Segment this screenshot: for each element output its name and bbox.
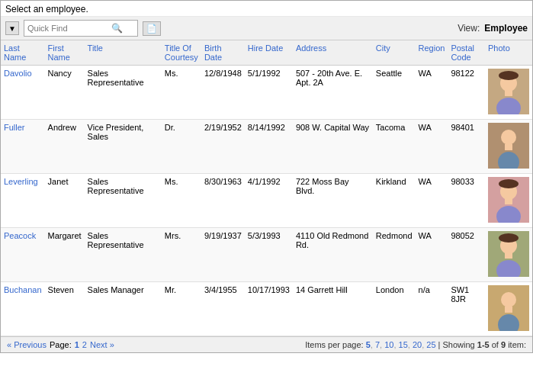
svg-point-18 xyxy=(499,233,519,243)
cell-last-name: Fuller xyxy=(1,120,45,174)
cell-birth-date: 8/30/1963 xyxy=(201,174,245,228)
cell-title: Sales Representative xyxy=(85,228,162,282)
last-name-link[interactable]: Leverling xyxy=(4,177,38,186)
select-label: Select an employee. xyxy=(1,1,532,17)
footer-pagination: « Previous Page: 1 2 Next » xyxy=(7,340,114,349)
cell-birth-date: 2/19/1952 xyxy=(201,120,245,174)
cell-title-of-courtesy: Ms. xyxy=(162,174,201,228)
table-row: Leverling Janet Sales Representative Ms.… xyxy=(1,174,532,228)
footer-items-info: Items per page: 5, 7, 10, 15, 20, 25 | S… xyxy=(305,340,526,349)
cell-photo xyxy=(485,66,532,120)
cell-title-of-courtesy: Dr. xyxy=(162,120,201,174)
cell-birth-date: 3/4/1955 xyxy=(201,282,245,336)
svg-point-6 xyxy=(501,130,516,145)
showing-text: | Showing 1-5 of 9 item: xyxy=(438,340,526,349)
svg-rect-22 xyxy=(505,307,512,313)
col-header-hire-date[interactable]: Hire Date xyxy=(245,40,293,66)
cell-title: Vice President, Sales xyxy=(85,120,162,174)
main-container: Select an employee. ▼ 🔍 📄 View: Employee… xyxy=(0,0,533,353)
col-header-title-of-courtesy[interactable]: Title OfCourtesy xyxy=(162,40,201,66)
items-25-link[interactable]: 25 xyxy=(426,340,435,349)
cell-postal-code: 98033 xyxy=(448,174,485,228)
refresh-button[interactable]: 📄 xyxy=(143,21,161,36)
svg-point-13 xyxy=(499,179,519,188)
cell-city: Redmond xyxy=(373,228,416,282)
cell-last-name: Peacock xyxy=(1,228,45,282)
cell-title: Sales Manager xyxy=(85,282,162,336)
cell-hire-date: 4/1/1992 xyxy=(245,174,293,228)
employee-photo xyxy=(488,69,529,114)
col-header-address[interactable]: Address xyxy=(293,40,373,66)
cell-region: WA xyxy=(416,120,448,174)
next-link[interactable]: Next » xyxy=(90,340,114,349)
col-header-postal-code[interactable]: PostalCode xyxy=(448,40,485,66)
view-label: View: xyxy=(458,23,480,34)
employee-table: LastName FirstName Title Title OfCourtes… xyxy=(1,40,532,336)
cell-hire-date: 10/17/1993 xyxy=(245,282,293,336)
search-button[interactable]: 🔍 xyxy=(111,23,123,34)
cell-title-of-courtesy: Mr. xyxy=(162,282,201,336)
col-header-title[interactable]: Title xyxy=(85,40,162,66)
col-header-birth-date[interactable]: BirthDate xyxy=(201,40,245,66)
cell-address: 722 Moss Bay Blvd. xyxy=(293,174,373,228)
items-20-link[interactable]: 20 xyxy=(413,340,422,349)
cell-photo xyxy=(485,120,532,174)
page-1-link[interactable]: 1 xyxy=(75,340,79,349)
cell-postal-code: 98401 xyxy=(448,120,485,174)
cell-last-name: Davolio xyxy=(1,66,45,120)
cell-first-name: Andrew xyxy=(45,120,85,174)
col-header-last-name[interactable]: LastName xyxy=(1,40,45,66)
col-header-city[interactable]: City xyxy=(373,40,416,66)
cell-hire-date: 5/1/1992 xyxy=(245,66,293,120)
cell-birth-date: 12/8/1948 xyxy=(201,66,245,120)
page-2-link[interactable]: 2 xyxy=(82,340,87,349)
cell-address: 507 - 20th Ave. E. Apt. 2A xyxy=(293,66,373,120)
cell-title-of-courtesy: Ms. xyxy=(162,66,201,120)
cell-title: Sales Representative xyxy=(85,66,162,120)
employee-photo xyxy=(488,285,529,331)
dropdown-icon[interactable]: ▼ xyxy=(5,21,19,35)
cell-title: Sales Representative xyxy=(85,174,162,228)
cell-first-name: Margaret xyxy=(45,228,85,282)
svg-point-20 xyxy=(501,292,516,307)
cell-address: 908 W. Capital Way xyxy=(293,120,373,174)
cell-postal-code: 98052 xyxy=(448,228,485,282)
col-header-region[interactable]: Region xyxy=(416,40,448,66)
cell-birth-date: 9/19/1937 xyxy=(201,228,245,282)
items-10-link[interactable]: 10 xyxy=(384,340,393,349)
cell-hire-date: 8/14/1992 xyxy=(245,120,293,174)
employee-photo xyxy=(488,177,529,223)
cell-first-name: Nancy xyxy=(45,66,85,120)
table-row: Buchanan Steven Sales Manager Mr. 3/4/19… xyxy=(1,282,532,336)
cell-region: WA xyxy=(416,174,448,228)
cell-region: WA xyxy=(416,228,448,282)
cell-first-name: Steven xyxy=(45,282,85,336)
cell-address: 14 Garrett Hill xyxy=(293,282,373,336)
svg-rect-3 xyxy=(505,90,512,96)
items-per-page-label: Items per page: xyxy=(305,340,366,349)
cell-postal-code: 98122 xyxy=(448,66,485,120)
cell-photo xyxy=(485,282,532,336)
table-row: Davolio Nancy Sales Representative Ms. 1… xyxy=(1,66,532,120)
cell-first-name: Janet xyxy=(45,174,85,228)
employee-photo xyxy=(488,123,529,169)
svg-rect-8 xyxy=(505,144,512,150)
svg-point-4 xyxy=(499,71,519,80)
items-15-link[interactable]: 15 xyxy=(399,340,408,349)
last-name-link[interactable]: Buchanan xyxy=(4,285,42,294)
prev-link[interactable]: « Previous xyxy=(7,340,47,349)
view-value: Employee xyxy=(484,23,528,34)
cell-region: WA xyxy=(416,66,448,120)
last-name-link[interactable]: Peacock xyxy=(4,231,36,240)
last-name-link[interactable]: Davolio xyxy=(4,69,32,78)
search-input[interactable] xyxy=(27,24,111,33)
cell-hire-date: 5/3/1993 xyxy=(245,228,293,282)
col-header-first-name[interactable]: FirstName xyxy=(45,40,85,66)
employee-photo xyxy=(488,231,529,277)
cell-city: Tacoma xyxy=(373,120,416,174)
page-label: Page: xyxy=(50,340,72,349)
svg-rect-12 xyxy=(505,198,512,204)
cell-photo xyxy=(485,174,532,228)
toolbar: ▼ 🔍 📄 View: Employee xyxy=(1,17,532,40)
last-name-link[interactable]: Fuller xyxy=(4,123,25,132)
